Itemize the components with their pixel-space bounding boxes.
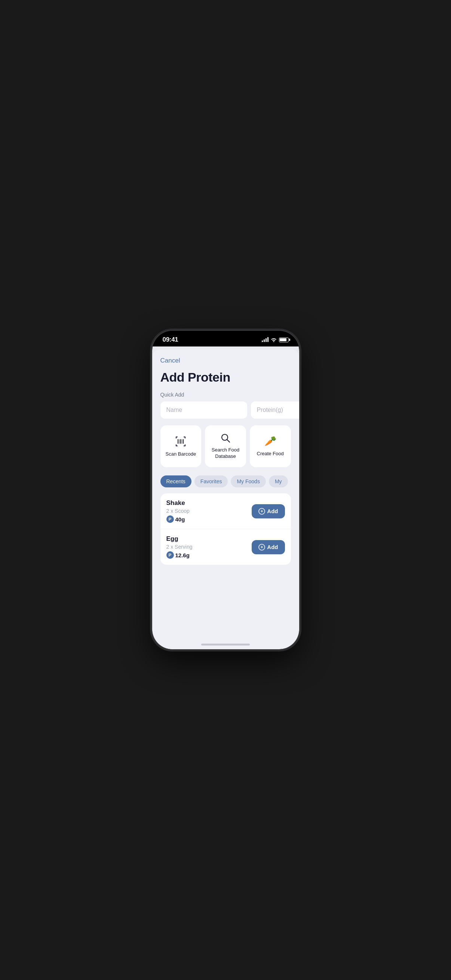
status-icons: [262, 337, 289, 342]
phone-frame: 09:41: [152, 331, 299, 649]
svg-point-13: [222, 434, 228, 440]
status-time: 09:41: [163, 336, 178, 344]
food-item-shake: Shake 2 x Scoop P 40g + Add: [161, 493, 291, 529]
food-protein-egg: P 12.6g: [166, 551, 252, 559]
name-input[interactable]: [161, 401, 247, 418]
quick-add-row: + Add: [161, 401, 291, 418]
search-food-label: Search Food Database: [209, 447, 242, 460]
home-indicator: [152, 641, 299, 649]
plus-circle-shake-icon: +: [258, 508, 265, 515]
search-food-card[interactable]: Search Food Database: [205, 425, 246, 467]
tab-recents[interactable]: Recents: [161, 476, 191, 487]
app-content: Cancel Add Protein Quick Add + Add: [152, 347, 299, 649]
carrot-icon: 🥕: [265, 436, 276, 447]
protein-badge-egg: P: [166, 551, 174, 559]
battery-icon: [279, 337, 289, 342]
svg-rect-11: [182, 439, 182, 444]
home-bar: [201, 644, 250, 646]
protein-value-shake: 40g: [175, 516, 185, 522]
svg-rect-5: [176, 444, 177, 446]
barcode-icon: [175, 436, 186, 447]
battery-fill: [280, 338, 287, 341]
status-bar: 09:41: [152, 331, 299, 347]
plus-circle-egg-icon: +: [258, 544, 265, 550]
page-title: Add Protein: [161, 371, 291, 384]
food-info-egg: Egg 2 x Serving P 12.6g: [166, 535, 252, 559]
svg-rect-12: [183, 439, 183, 444]
food-item-egg: Egg 2 x Serving P 12.6g + Add: [161, 529, 291, 565]
svg-rect-10: [180, 439, 181, 444]
wifi-icon: [271, 337, 277, 342]
food-list: Shake 2 x Scoop P 40g + Add: [161, 493, 291, 565]
add-egg-button[interactable]: + Add: [252, 540, 285, 554]
cancel-button[interactable]: Cancel: [161, 357, 180, 364]
tab-my-foods[interactable]: My Foods: [231, 476, 266, 487]
scan-barcode-label: Scan Barcode: [166, 451, 196, 458]
svg-rect-1: [176, 437, 177, 438]
protein-badge-shake: P: [166, 515, 174, 523]
food-name-shake: Shake: [166, 500, 252, 507]
action-cards: Scan Barcode Search Food Database: [161, 425, 291, 467]
tab-favorites[interactable]: Favorites: [194, 476, 228, 487]
food-protein-shake: P 40g: [166, 515, 252, 523]
quick-add-label: Quick Add: [161, 392, 291, 398]
main-sheet: Cancel Add Protein Quick Add + Add: [152, 350, 299, 641]
svg-rect-9: [179, 439, 180, 444]
create-food-card[interactable]: 🥕 Create Food: [250, 425, 291, 467]
create-food-label: Create Food: [257, 451, 284, 457]
phone-screen: 09:41: [152, 331, 299, 649]
food-serving-egg: 2 x Serving: [166, 544, 252, 550]
svg-line-14: [227, 440, 230, 442]
svg-rect-7: [185, 444, 185, 446]
search-icon: [220, 433, 231, 443]
protein-input[interactable]: [251, 401, 299, 418]
food-info-shake: Shake 2 x Scoop P 40g: [166, 500, 252, 523]
filter-tabs: Recents Favorites My Foods My: [161, 476, 291, 487]
svg-rect-8: [178, 439, 178, 444]
add-egg-label: Add: [267, 544, 278, 550]
scan-barcode-card[interactable]: Scan Barcode: [161, 425, 202, 467]
signal-icon: [262, 337, 268, 342]
food-serving-shake: 2 x Scoop: [166, 508, 252, 514]
tab-my-extra[interactable]: My: [269, 476, 288, 487]
add-shake-label: Add: [267, 508, 278, 514]
protein-value-egg: 12.6g: [175, 552, 190, 558]
food-name-egg: Egg: [166, 535, 252, 543]
add-shake-button[interactable]: + Add: [252, 504, 285, 519]
svg-rect-3: [185, 437, 185, 438]
